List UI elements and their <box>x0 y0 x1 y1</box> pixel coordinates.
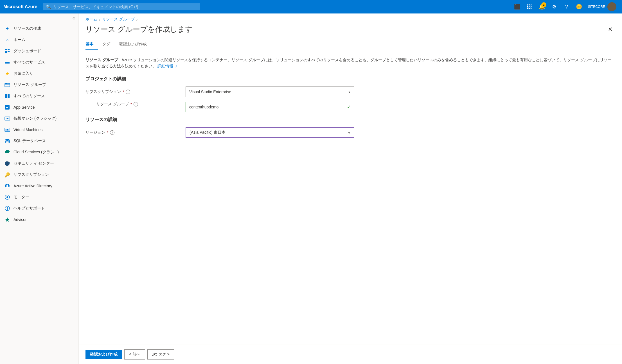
sidebar-item-create[interactable]: + リソースの作成 <box>0 23 78 34</box>
region-control: (Asia Pacific) 東日本 ∨ <box>186 127 354 138</box>
tab-basics-label: 基本 <box>85 42 93 46</box>
breadcrumb-home[interactable]: ホーム <box>85 17 97 22</box>
svg-point-16 <box>7 118 8 119</box>
svg-rect-5 <box>5 62 10 63</box>
svg-rect-13 <box>5 105 10 110</box>
sidebar-item-monitor[interactable]: モニター <box>0 192 78 203</box>
topbar-actions: ⬛ 🖼 🔔 3 ⚙ ? 😊 SITECORE <box>511 1 619 12</box>
svg-rect-11 <box>5 96 7 98</box>
region-chevron-down-icon: ∨ <box>348 131 350 135</box>
sidebar-item-label: お気に入り <box>13 71 33 76</box>
feedback-button[interactable]: 🖼 <box>524 1 535 12</box>
sidebar-item-advisor[interactable]: Advisor <box>0 214 78 225</box>
search-icon: 🔍 <box>46 4 51 9</box>
subscription-control: Visual Studio Enterprise ∨ <box>186 87 354 97</box>
region-label-area: リージョン * i <box>85 130 181 135</box>
svg-rect-3 <box>8 51 10 52</box>
close-button[interactable]: ✕ <box>605 24 615 34</box>
review-create-button[interactable]: 確認および作成 <box>85 350 122 359</box>
sidebar-item-allresources[interactable]: すべてのリソース <box>0 90 78 102</box>
main-layout: « + リソースの作成 ⌂ ホーム ダッシュボード すべてのサービス <box>0 13 622 364</box>
sidebar-item-sql[interactable]: SQL データベース <box>0 135 78 147</box>
page-title: リソース グループを作成します <box>85 24 193 34</box>
sidebar-item-allservices[interactable]: すべてのサービス <box>0 57 78 68</box>
tabs-container: 基本 タグ 確認および作成 <box>79 39 622 50</box>
svg-rect-4 <box>5 61 10 61</box>
breadcrumb-resourcegroup[interactable]: リソース グループ <box>102 17 135 22</box>
sidebar-collapse-button[interactable]: « <box>73 16 75 21</box>
tab-review[interactable]: 確認および作成 <box>115 39 151 50</box>
advisor-icon <box>4 217 10 222</box>
resourcegroup-required: * <box>130 102 132 106</box>
sidebar-item-label: ホーム <box>13 37 25 42</box>
page-header: リソース グループを作成します ✕ <box>79 22 622 39</box>
valid-checkmark-icon: ✓ <box>347 104 351 110</box>
topbar: Microsoft Azure 🔍 ⬛ 🖼 🔔 3 ⚙ ? 😊 SITECORE <box>0 0 622 13</box>
sidebar-item-label: SQL データベース <box>13 138 46 144</box>
sidebar-item-label: サブスクリプション <box>13 172 49 177</box>
settings-button[interactable]: ⚙ <box>549 1 560 12</box>
smiley-button[interactable]: 😊 <box>573 1 585 12</box>
sidebar-collapse-area: « <box>0 13 78 23</box>
svg-rect-9 <box>5 94 7 96</box>
resourcegroup-info-icon[interactable]: i <box>134 102 138 106</box>
svg-rect-10 <box>8 94 10 96</box>
prev-button[interactable]: < 前へ <box>124 349 145 360</box>
resourcegroup-row: リソース グループ * i contenthubdemo ✓ <box>85 102 615 112</box>
sidebar-item-label: Advisor <box>13 217 27 222</box>
next-button[interactable]: 次: タグ > <box>147 349 174 360</box>
breadcrumb: ホーム › リソース グループ › <box>79 13 622 22</box>
sidebar-item-cloudservices[interactable]: Cloud Services (クラシ...) <box>0 147 78 158</box>
help-button[interactable]: ? <box>561 1 572 12</box>
region-value: (Asia Pacific) 東日本 <box>190 130 226 135</box>
subscription-info-icon[interactable]: i <box>126 90 130 94</box>
sidebar-item-label: Cloud Services (クラシ...) <box>13 150 59 155</box>
search-input[interactable] <box>53 4 197 9</box>
description-text: リソース グループ - Azure ソリューションの関連リソースを保持するコンテ… <box>85 57 615 69</box>
region-select[interactable]: (Asia Pacific) 東日本 ∨ <box>186 127 354 138</box>
resourcegroups-icon <box>4 82 10 88</box>
svg-rect-12 <box>8 96 10 98</box>
sidebar-item-label: すべてのリソース <box>13 94 45 99</box>
aad-icon <box>4 183 10 189</box>
notifications-button[interactable]: 🔔 3 <box>536 1 547 12</box>
cloud-shell-button[interactable]: ⬛ <box>511 1 523 12</box>
user-profile[interactable]: SITECORE <box>586 2 619 11</box>
resourcegroup-field[interactable]: contenthubdemo ✓ <box>186 102 354 112</box>
svg-rect-7 <box>5 83 10 87</box>
sidebar-item-home[interactable]: ⌂ ホーム <box>0 34 78 46</box>
tab-review-label: 確認および作成 <box>119 42 147 46</box>
search-box[interactable]: 🔍 <box>43 3 200 10</box>
sidebar-item-vms[interactable]: Virtual Machines <box>0 124 78 135</box>
subscription-select[interactable]: Visual Studio Enterprise ∨ <box>186 87 354 97</box>
sidebar-item-vm-classic[interactable]: 仮想マシン (クラシック) <box>0 113 78 124</box>
sidebar-item-security[interactable]: セキュリティ センター <box>0 158 78 169</box>
sidebar-item-dashboard[interactable]: ダッシュボード <box>0 46 78 57</box>
sidebar-item-label: Azure Active Directory <box>13 184 52 188</box>
region-label: リージョン <box>85 130 105 135</box>
external-link-icon: ↗ <box>175 65 177 68</box>
sidebar-item-appservice[interactable]: App Service <box>0 102 78 113</box>
tab-basics[interactable]: 基本 <box>85 39 98 50</box>
sidebar-item-subscriptions[interactable]: 🔑 サブスクリプション <box>0 169 78 180</box>
sidebar-item-help[interactable]: ヘルプとサポート <box>0 203 78 214</box>
sidebar-item-aad[interactable]: Azure Active Directory <box>0 180 78 192</box>
star-icon: ★ <box>4 71 10 76</box>
close-icon: ✕ <box>608 26 613 33</box>
resourcegroup-label-area: リソース グループ * i <box>85 102 181 107</box>
svg-point-19 <box>7 129 8 131</box>
sidebar-item-label: セキュリティ センター <box>13 161 54 166</box>
region-info-icon[interactable]: i <box>110 130 114 135</box>
sidebar-item-favorites[interactable]: ★ お気に入り <box>0 68 78 79</box>
sidebar-item-label: すべてのサービス <box>13 60 45 65</box>
home-icon: ⌂ <box>4 37 10 43</box>
sidebar-item-label: 仮想マシン (クラシック) <box>13 116 57 121</box>
sidebar-item-label: Virtual Machines <box>13 128 42 132</box>
svg-point-22 <box>6 185 8 186</box>
sidebar-item-resourcegroups[interactable]: リソース グループ <box>0 79 78 90</box>
tab-tags[interactable]: タグ <box>98 39 115 50</box>
sql-icon <box>4 138 10 144</box>
detail-link[interactable]: 詳細情報 ↗ <box>157 64 177 68</box>
feedback-icon: 🖼 <box>527 4 532 10</box>
form-area: リソース グループ - Azure ソリューションの関連リソースを保持するコンテ… <box>79 50 622 204</box>
